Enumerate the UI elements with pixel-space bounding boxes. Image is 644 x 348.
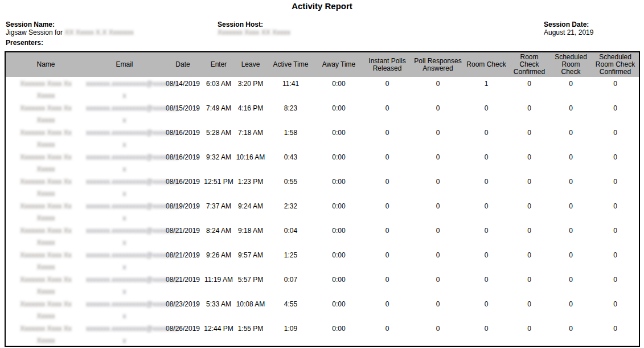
room-check-confirmed-cell: 0 (508, 150, 550, 175)
poll-responses-answered-cell: 0 (412, 150, 464, 175)
away-time-cell: 0:00 (315, 150, 363, 175)
table-row: Xxxxxxx Xxxx Xx Xxxxx xxxxxxx.xxxxxxxxxx… (5, 199, 639, 224)
table-row: Xxxxxxx Xxxx Xx Xxxxx xxxxxxx.xxxxxxxxxx… (5, 77, 639, 101)
instant-polls-released-cell: 0 (363, 297, 412, 322)
redacted-email-line2: x (86, 263, 163, 272)
scheduled-room-check-cell: 0 (550, 175, 592, 199)
away-time-cell: 0:00 (315, 175, 363, 199)
away-time-cell: 0:00 (315, 297, 363, 322)
column-header-name: Name (5, 52, 86, 77)
presenter-email-cell: xxxxxxx.xxxxxxxxxx@xxxxx.xx x (86, 175, 163, 199)
room-check-cell: 0 (464, 273, 508, 297)
room-check-cell: 0 (464, 101, 508, 126)
active-time-cell: 1:25 (266, 248, 315, 273)
enter-time-cell: 7:37 AM (203, 199, 235, 224)
redacted-email-line2: x (86, 92, 163, 100)
room-check-confirmed-cell: 0 (508, 175, 550, 199)
room-check-confirmed-cell: 0 (508, 224, 550, 248)
leave-time-cell: 4:16 PM (235, 101, 266, 126)
room-check-confirmed-cell: 0 (508, 297, 550, 322)
redacted-email-line2: x (86, 165, 163, 174)
active-time-cell: 1:58 (266, 126, 315, 150)
instant-polls-released-cell: 0 (363, 273, 412, 297)
table-row: Xxxxxxx Xxxx Xx Xxxxx xxxxxxx.xxxxxxxxxx… (5, 150, 639, 175)
room-check-confirmed-cell: 0 (508, 199, 550, 224)
redacted-email-line2: x (86, 337, 163, 345)
redacted-email-line2: x (86, 190, 163, 198)
session-host-redacted: Xxxxxxx Xxxx XX Xxxxx (218, 28, 290, 36)
presenter-name-cell: Xxxxxxx Xxxx Xx Xxxxx (5, 199, 86, 224)
activity-report-page: Activity Report Session Name: Jigsaw Ses… (0, 0, 644, 348)
presenter-name-cell: Xxxxxxx Xxxx Xx Xxxxx (5, 126, 86, 150)
session-name-value: Jigsaw Session for XX Xxxxx X.X Xxxxxxx (6, 28, 134, 36)
poll-responses-answered-cell: 0 (412, 101, 464, 126)
enter-time-cell: 9:26 AM (203, 248, 235, 273)
enter-time-cell: 12:44 PM (203, 322, 235, 346)
away-time-cell: 0:00 (315, 199, 363, 224)
table-row: Xxxxxxx Xxxx Xx Xxxxx xxxxxxx.xxxxxxxxxx… (5, 224, 639, 248)
redacted-name-line2: Xxxxx (6, 214, 86, 223)
room-check-confirmed-cell: 0 (508, 248, 550, 273)
redacted-name-line1: Xxxxxxx Xxxx Xx (6, 276, 86, 284)
redacted-name-line2: Xxxxx (6, 337, 86, 345)
table-row: Xxxxxxx Xxxx Xx Xxxxx xxxxxxx.xxxxxxxxxx… (5, 297, 639, 322)
leave-time-cell: 7:18 AM (235, 126, 266, 150)
table-row: Xxxxxxx Xxxx Xx Xxxxx xxxxxxx.xxxxxxxxxx… (5, 273, 639, 297)
scheduled-room-check-cell: 0 (550, 224, 592, 248)
redacted-name-line1: Xxxxxxx Xxxx Xx (6, 251, 86, 260)
scheduled-room-check-confirmed-cell: 0 (592, 175, 639, 199)
presenter-email-cell: xxxxxxx.xxxxxxxxxx@xxxxx.xx x (86, 248, 163, 273)
scheduled-room-check-confirmed-cell: 0 (592, 273, 639, 297)
room-check-cell: 0 (464, 297, 508, 322)
scheduled-room-check-confirmed-cell: 0 (592, 126, 639, 150)
scheduled-room-check-confirmed-cell: 0 (592, 77, 639, 101)
away-time-cell: 0:00 (315, 224, 363, 248)
enter-time-cell: 7:49 AM (203, 101, 235, 126)
room-check-cell: 0 (464, 126, 508, 150)
table-row: Xxxxxxx Xxxx Xx Xxxxx xxxxxxx.xxxxxxxxxx… (5, 101, 639, 126)
active-time-cell: 0:55 (266, 175, 315, 199)
table-row: Xxxxxxx Xxxx Xx Xxxxx xxxxxxx.xxxxxxxxxx… (5, 248, 639, 273)
redacted-email-line1: xxxxxxx.xxxxxxxxxx@xxxxx.xx (86, 104, 163, 113)
column-header-leave: Leave (235, 52, 266, 77)
report-table-body: Xxxxxxx Xxxx Xx Xxxxx xxxxxxx.xxxxxxxxxx… (5, 77, 639, 346)
scheduled-room-check-cell: 0 (550, 126, 592, 150)
redacted-email-line2: x (86, 239, 163, 247)
room-check-confirmed-cell: 0 (508, 126, 550, 150)
presenter-name-cell: Xxxxxxx Xxxx Xx Xxxxx (5, 322, 86, 346)
scheduled-room-check-cell: 0 (550, 101, 592, 126)
active-time-cell: 0:07 (266, 273, 315, 297)
column-header-instant-polls-released: Instant Polls Released (363, 52, 412, 77)
redacted-name-line1: Xxxxxxx Xxxx Xx (6, 300, 86, 309)
away-time-cell: 0:00 (315, 322, 363, 346)
redacted-name-line1: Xxxxxxx Xxxx Xx (6, 325, 86, 333)
active-time-cell: 0:43 (266, 150, 315, 175)
session-name-prefix: Jigsaw Session for (6, 28, 63, 36)
room-check-confirmed-cell: 0 (508, 322, 550, 346)
away-time-cell: 0:00 (315, 248, 363, 273)
room-check-confirmed-cell: 0 (508, 273, 550, 297)
presenter-email-cell: xxxxxxx.xxxxxxxxxx@xxxxx.xx x (86, 101, 163, 126)
enter-time-cell: 12:51 PM (203, 175, 235, 199)
away-time-cell: 0:00 (315, 126, 363, 150)
table-row: Xxxxxxx Xxxx Xx Xxxxx xxxxxxx.xxxxxxxxxx… (5, 126, 639, 150)
poll-responses-answered-cell: 0 (412, 77, 464, 101)
column-header-active-time: Active Time (266, 52, 315, 77)
presenter-email-cell: xxxxxxx.xxxxxxxxxx@xxxxx.xx x (86, 77, 163, 101)
leave-time-cell: 1:55 PM (235, 322, 266, 346)
scheduled-room-check-confirmed-cell: 0 (592, 297, 639, 322)
redacted-name-line2: Xxxxx (6, 190, 86, 198)
redacted-email-line1: xxxxxxx.xxxxxxxxxx@xxxxx.xx (86, 325, 163, 333)
poll-responses-answered-cell: 0 (412, 175, 464, 199)
scheduled-room-check-confirmed-cell: 0 (592, 322, 639, 346)
redacted-name-line2: Xxxxx (6, 263, 86, 272)
poll-responses-answered-cell: 0 (412, 248, 464, 273)
redacted-email-line1: xxxxxxx.xxxxxxxxxx@xxxxx.xx (86, 202, 163, 211)
presenter-email-cell: xxxxxxx.xxxxxxxxxx@xxxxx.xx x (86, 322, 163, 346)
presenter-name-cell: Xxxxxxx Xxxx Xx Xxxxx (5, 77, 86, 101)
presenter-name-cell: Xxxxxxx Xxxx Xx Xxxxx (5, 297, 86, 322)
column-header-room-check: Room Check (464, 52, 508, 77)
leave-time-cell: 9:18 AM (235, 224, 266, 248)
session-date-block: Session Date: August 21, 2019 (544, 21, 593, 36)
redacted-email-line1: xxxxxxx.xxxxxxxxxx@xxxxx.xx (86, 300, 163, 309)
